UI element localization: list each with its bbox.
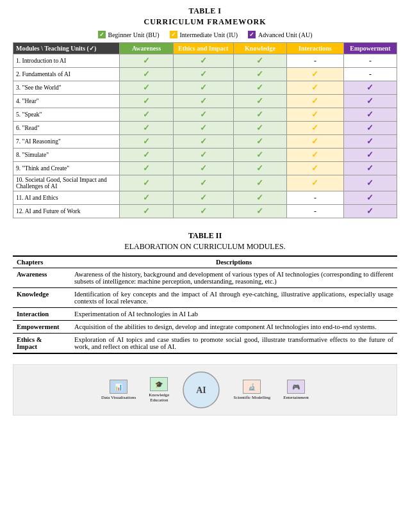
cell-6-1: ✓ — [120, 135, 173, 149]
cell-10-4: - — [287, 191, 344, 205]
cell-1-5: - — [343, 68, 397, 81]
cell-3-3: ✓ — [233, 95, 286, 108]
cell-4-0: 5. "Speak" — [13, 108, 120, 122]
cell-2-2: ✓ — [173, 81, 233, 95]
legend-advanced: ✓ Advanced Unit (AU) — [248, 31, 312, 38]
scientific-label: Scientific Modelling — [233, 395, 270, 400]
cell-10-1: ✓ — [120, 191, 173, 205]
cell-4-3: ✓ — [233, 108, 286, 122]
cell-10-2: ✓ — [173, 191, 233, 205]
cell-5-1: ✓ — [120, 122, 173, 135]
cell-7-2: ✓ — [173, 149, 233, 162]
elab-desc-4: Exploration of AI topics and case studie… — [70, 334, 397, 354]
cell-0-0: 1. Introduction to AI — [13, 54, 120, 68]
elab-chapter-1: Knowledge — [13, 288, 70, 308]
curriculum-row-8: 9. "Think and Create"✓✓✓✓✓ — [13, 162, 397, 175]
elaboration-table: Chapters Descriptions AwarenessAwareness… — [13, 255, 397, 354]
table1-title: TABLE I — [13, 6, 397, 16]
elab-chapter-2: Interaction — [13, 308, 70, 321]
cell-11-2: ✓ — [173, 205, 233, 218]
elab-row-4: Ethics & ImpactExploration of AI topics … — [13, 334, 397, 354]
elab-row-1: KnowledgeIdentification of key concepts … — [13, 288, 397, 308]
cell-6-5: ✓ — [343, 135, 397, 149]
cell-11-3: ✓ — [233, 205, 286, 218]
elab-desc-2: Experimentation of AI technologies in AI… — [70, 308, 397, 321]
cell-9-5: ✓ — [343, 175, 397, 191]
curriculum-row-0: 1. Introduction to AI✓✓✓-- — [13, 54, 397, 68]
cell-10-3: ✓ — [233, 191, 286, 205]
curriculum-row-5: 6. "Read"✓✓✓✓✓ — [13, 122, 397, 135]
cell-1-4: ✓ — [287, 68, 344, 81]
cell-8-0: 9. "Think and Create" — [13, 162, 120, 175]
cell-9-3: ✓ — [233, 175, 286, 191]
elab-chapter-0: Awareness — [13, 268, 70, 288]
cell-4-5: ✓ — [343, 108, 397, 122]
col-awareness: Awareness — [120, 43, 173, 54]
legend-intermediate-label: Intermediate Unit (IU) — [180, 31, 238, 38]
col-ethics: Ethics and Impact — [173, 43, 233, 54]
cell-2-5: ✓ — [343, 81, 397, 95]
cell-5-2: ✓ — [173, 122, 233, 135]
cell-6-0: 7. "AI Reasoning" — [13, 135, 120, 149]
curriculum-row-1: 2. Fundamentals of AI✓✓✓✓- — [13, 68, 397, 81]
data-vis-label: Data Visualisations — [101, 395, 136, 400]
cell-6-4: ✓ — [287, 135, 344, 149]
col-empowerment: Empowerment — [343, 43, 397, 54]
cell-0-1: ✓ — [120, 54, 173, 68]
cell-3-0: 4. "Hear" — [13, 95, 120, 108]
cell-5-5: ✓ — [343, 122, 397, 135]
cell-7-1: ✓ — [120, 149, 173, 162]
legend-beginner-label: Beginner Unit (BU) — [108, 31, 160, 38]
cell-4-4: ✓ — [287, 108, 344, 122]
cell-7-3: ✓ — [233, 149, 286, 162]
cell-3-4: ✓ — [287, 95, 344, 108]
center-svg: AI — [182, 371, 220, 409]
elab-desc-1: Identification of key concepts and the i… — [70, 288, 397, 308]
cell-7-4: ✓ — [287, 149, 344, 162]
cell-3-2: ✓ — [173, 95, 233, 108]
elab-col-chapters: Chapters — [13, 256, 70, 268]
cell-9-1: ✓ — [120, 175, 173, 191]
diag-scientific: 🔬 Scientific Modelling — [233, 380, 270, 400]
svg-text:AI: AI — [197, 385, 207, 395]
diag-data-vis: 📊 Data Visualisations — [101, 380, 136, 400]
elab-row-2: InteractionExperimentation of AI technol… — [13, 308, 397, 321]
curriculum-row-11: 12. AI and Future of Work✓✓✓-✓ — [13, 205, 397, 218]
center-circle-area: AI — [182, 371, 220, 409]
cell-8-5: ✓ — [343, 162, 397, 175]
curriculum-row-7: 8. "Simulate"✓✓✓✓✓ — [13, 149, 397, 162]
bottom-diagram: 📊 Data Visualisations 🎓 KnowledgeEducati… — [13, 364, 397, 415]
curriculum-row-3: 4. "Hear"✓✓✓✓✓ — [13, 95, 397, 108]
legend: ✓ Beginner Unit (BU) ✓ Intermediate Unit… — [13, 31, 397, 38]
cell-10-0: 11. AI and Ethics — [13, 191, 120, 205]
cell-1-0: 2. Fundamentals of AI — [13, 68, 120, 81]
curriculum-table: Modules \ Teaching Units (✓) Awareness E… — [13, 42, 397, 218]
elab-desc-3: Acquisition of the abilities to design, … — [70, 321, 397, 334]
elab-col-descriptions: Descriptions — [70, 256, 397, 268]
curriculum-row-9: 10. Societal Good, Social Impact and Cha… — [13, 175, 397, 191]
cell-2-1: ✓ — [120, 81, 173, 95]
curriculum-row-10: 11. AI and Ethics✓✓✓-✓ — [13, 191, 397, 205]
cell-11-0: 12. AI and Future of Work — [13, 205, 120, 218]
cell-7-0: 8. "Simulate" — [13, 149, 120, 162]
cell-2-4: ✓ — [287, 81, 344, 95]
cell-4-1: ✓ — [120, 108, 173, 122]
elab-row-0: AwarenessAwareness of the history, backg… — [13, 268, 397, 288]
elab-row-3: EmpowermentAcquisition of the abilities … — [13, 321, 397, 334]
col-interactions: Interactions — [287, 43, 344, 54]
cell-11-5: ✓ — [343, 205, 397, 218]
cell-1-3: ✓ — [233, 68, 286, 81]
cell-2-3: ✓ — [233, 81, 286, 95]
legend-intermediate: ✓ Intermediate Unit (IU) — [170, 31, 238, 38]
cell-9-2: ✓ — [173, 175, 233, 191]
cell-11-4: - — [287, 205, 344, 218]
legend-advanced-label: Advanced Unit (AU) — [258, 31, 312, 38]
curriculum-row-2: 3. "See the World"✓✓✓✓✓ — [13, 81, 397, 95]
cell-10-5: ✓ — [343, 191, 397, 205]
cell-3-1: ✓ — [120, 95, 173, 108]
cell-6-3: ✓ — [233, 135, 286, 149]
diag-knowledge: 🎓 KnowledgeEducation — [149, 377, 169, 403]
elab-chapter-4: Ethics & Impact — [13, 334, 70, 354]
knowledge-label: KnowledgeEducation — [149, 392, 169, 403]
cell-0-5: - — [343, 54, 397, 68]
